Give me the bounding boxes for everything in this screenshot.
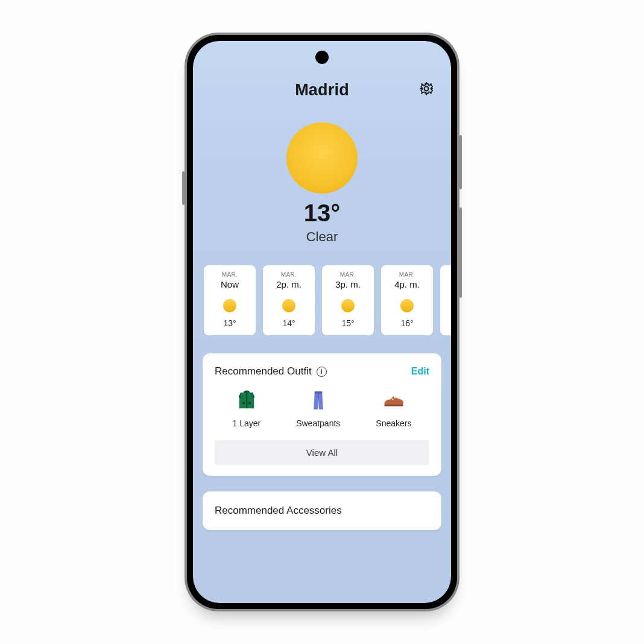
outfit-item-label: Sweatpants	[296, 418, 340, 428]
hourly-card[interactable]: MAR. Now 13°	[204, 265, 256, 335]
sun-icon	[282, 299, 295, 312]
hourly-temp: 15°	[324, 318, 371, 328]
sun-icon	[341, 299, 355, 312]
outfit-item-top[interactable]: 1 Layer	[232, 388, 260, 428]
outfit-item-shoes[interactable]: Sneakers	[376, 388, 411, 428]
recommended-outfit-card: Recommended Outfit i Edit	[203, 353, 441, 476]
hourly-temp: 13°	[206, 318, 253, 328]
outfit-card-title: Recommended Outfit	[215, 365, 312, 377]
current-temperature: 13°	[193, 200, 451, 227]
outfit-item-bottom[interactable]: Sweatpants	[296, 388, 340, 428]
hourly-time: 4p. m.	[384, 279, 431, 289]
sun-icon	[286, 122, 358, 194]
phone-frame: Madrid 13° Clear	[185, 33, 459, 611]
svg-point-0	[425, 87, 429, 91]
front-camera	[315, 51, 329, 64]
hourly-day: MAR.	[265, 271, 312, 278]
sun-icon	[223, 299, 236, 312]
gear-icon	[418, 81, 434, 96]
accessories-card-title: Recommended Accessories	[215, 505, 342, 516]
hourly-card[interactable]: MAR. 4p. m. 16°	[381, 265, 433, 335]
sun-icon	[400, 299, 414, 312]
info-icon[interactable]: i	[317, 367, 327, 377]
hourly-card[interactable]: MAR. 3p. m. 15°	[322, 265, 374, 335]
current-weather: 13° Clear	[193, 99, 451, 245]
screen: Madrid 13° Clear	[193, 41, 451, 603]
hourly-day: MAR.	[384, 271, 431, 278]
phone-side-button	[459, 207, 462, 298]
outfit-item-label: 1 Layer	[232, 418, 260, 428]
phone-side-button	[182, 171, 185, 205]
svg-rect-2	[248, 402, 250, 405]
city-label: Madrid	[295, 81, 349, 99]
outfit-item-label: Sneakers	[376, 418, 411, 428]
hourly-day: MAR.	[443, 271, 451, 278]
hourly-time: 3p. m.	[324, 279, 371, 289]
hourly-day: MAR.	[206, 271, 253, 278]
hourly-temp: 17°	[443, 318, 451, 328]
hourly-card[interactable]: MAR. 2p. m. 14°	[263, 265, 315, 335]
recommended-accessories-card: Recommended Accessories	[203, 491, 441, 530]
view-all-button[interactable]: View All	[215, 440, 429, 465]
phone-side-button	[459, 135, 462, 189]
jacket-icon	[234, 388, 259, 414]
hourly-time: Now	[206, 279, 253, 289]
hourly-time: 5p. m.	[443, 279, 451, 289]
svg-rect-1	[242, 402, 245, 405]
svg-rect-4	[384, 404, 403, 406]
pants-icon	[306, 388, 331, 414]
hourly-temp: 14°	[265, 318, 312, 328]
hourly-temp: 16°	[384, 318, 431, 328]
settings-button[interactable]	[418, 81, 434, 96]
hourly-day: MAR.	[324, 271, 371, 278]
hourly-card[interactable]: MAR. 5p. m. 17°	[440, 265, 451, 335]
app-header: Madrid	[193, 41, 451, 99]
edit-button[interactable]: Edit	[411, 366, 429, 377]
hourly-time: 2p. m.	[265, 279, 312, 289]
current-condition: Clear	[193, 229, 451, 245]
svg-rect-3	[315, 391, 322, 394]
hourly-forecast[interactable]: MAR. Now 13° MAR. 2p. m. 14° MAR. 3p. m.	[193, 245, 451, 335]
sneaker-icon	[381, 388, 406, 414]
